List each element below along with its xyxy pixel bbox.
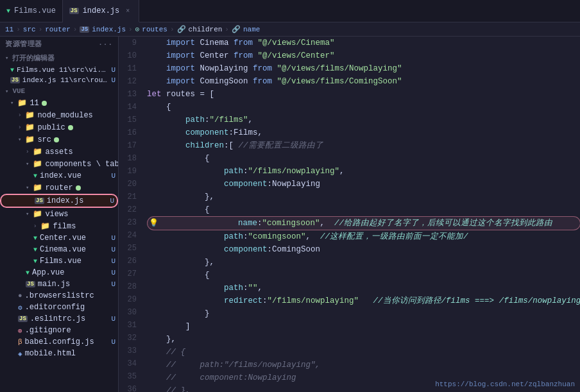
code-line-31: ] [147, 320, 580, 333]
router-icon: 📁 [33, 183, 42, 192]
code-line-10: import Center from "@/views/Center" [147, 49, 580, 62]
explorer-title: 资源管理器 ··· [0, 37, 118, 51]
code-line-28: path:"", [147, 282, 580, 294]
folder-node-modules[interactable]: › 📁 node_modules [0, 109, 118, 121]
file-mobile[interactable]: ◈ mobile.html [0, 348, 118, 359]
folder-router[interactable]: ▾ 📁 router [0, 182, 118, 194]
code-line-33: // { [147, 346, 580, 359]
tab-films-label: Films.vue [14, 6, 56, 15]
src-icon: 📁 [25, 135, 35, 144]
dot-icon: ● [18, 292, 22, 300]
js-icon-router: JS [35, 198, 44, 204]
code-line-13: let routes = [ [147, 88, 580, 101]
code-line-11: import Nowplaying from "@/views/films/No… [147, 62, 580, 75]
code-line-12: import ComingSoon from "@/views/films/Co… [147, 75, 580, 88]
main-layout: 资源管理器 ··· ▾ 打开的编辑器 ▼ Films.vue 11\src\vi… [0, 37, 580, 392]
watermark: https://blog.csdn.net/zqlbanzhuan [435, 380, 575, 388]
tab-index-js[interactable]: JS index.js × [63, 0, 139, 22]
vue-icon-cinema: ▼ [33, 246, 37, 253]
folder-views[interactable]: ▾ 📁 views [0, 208, 118, 220]
file-main-js[interactable]: JS main.js U [0, 278, 118, 290]
vue-icon-films: ▼ [33, 258, 37, 265]
open-file-films-vue[interactable]: ▼ Films.vue 11\src\vi... U [0, 65, 118, 75]
folder-icon: 📁 [17, 98, 27, 108]
babel-icon: β [18, 338, 22, 346]
breadcrumb-js-icon: JS [80, 26, 89, 33]
vue-section-label: ▾ VUE [0, 85, 118, 97]
code-line-22: { [147, 203, 580, 216]
code-line-20: component:Nowplaying [147, 178, 580, 191]
git-icon: ⊗ [18, 327, 22, 335]
code-line-30: } [147, 307, 580, 320]
js-icon-eslint: JS [18, 316, 28, 322]
file-index-vue-components[interactable]: ▼ index.vue U [0, 170, 118, 182]
assets-icon: 📁 [33, 147, 42, 157]
file-browserslist[interactable]: ● .browserslistrc [0, 290, 118, 302]
tab-index-label: index.js [83, 6, 120, 15]
code-line-18: { [147, 152, 580, 165]
code-line-29: redirect:"/films/nowplaying" //当你访问到路径/f… [147, 294, 580, 307]
folder-public[interactable]: › 📁 public [0, 121, 118, 133]
tab-films-vue[interactable]: ▼ Films.vue [0, 0, 63, 22]
tab-bar: ▼ Films.vue JS index.js × [0, 0, 580, 22]
code-line-24: path:"comingsoon", //这样配置，一级路由前面一定不能加/ [147, 230, 580, 243]
films-folder-icon: 📁 [40, 221, 50, 231]
code-line-15: path:"/films", [147, 114, 580, 126]
sidebar: 资源管理器 ··· ▾ 打开的编辑器 ▼ Films.vue 11\src\vi… [0, 37, 119, 392]
code-line-25: component:ComingSoon [147, 243, 580, 256]
vue-icon-small: ▼ [10, 67, 14, 74]
vue-icon: ▼ [6, 8, 10, 15]
file-babel[interactable]: β babel.config.js U [0, 336, 118, 348]
folder-src[interactable]: ▾ 📁 src [0, 133, 118, 146]
file-eslint[interactable]: JS .eslintrc.js U [0, 313, 118, 325]
js-icon: JS [69, 8, 79, 14]
node-modules-icon: 📁 [25, 110, 35, 120]
index-js-label: index.js 11\src\rout... [22, 76, 109, 84]
open-file-index-js[interactable]: JS index.js 11\src\rout... U [0, 75, 118, 85]
views-icon: 📁 [33, 209, 42, 219]
breadcrumb-line: 11 [5, 26, 13, 33]
folder-components[interactable]: ▾ 📁 components \ tab... [0, 158, 118, 170]
code-area: 9 10 11 12 13 14 15 16 17 18 19 20 21 22… [119, 37, 580, 392]
folder-11[interactable]: ▾ 📁 11 [0, 97, 118, 109]
vue-icon-center: ▼ [33, 235, 37, 242]
file-router-index-js[interactable]: JS index.js U [0, 194, 118, 208]
folder-films[interactable]: › 📁 films [0, 220, 118, 232]
html-icon: ◈ [18, 350, 22, 358]
file-cinema-vue[interactable]: ▼ Cinema.vue U [0, 244, 118, 255]
code-line-23-highlighted: 💡 name:"comingsoon", //给路由起好了名字了，后续可以通过这… [147, 216, 580, 230]
js-icon-main: JS [26, 281, 35, 287]
code-line-9: import Cinema from "@/views/Cinema" [147, 37, 580, 49]
file-gitignore[interactable]: ⊗ .gitignore [0, 325, 118, 336]
file-films-vue-sidebar[interactable]: ▼ Films.vue U [0, 255, 118, 267]
code-line-34: // path:"/films/nowplaying", [147, 359, 580, 371]
films-vue-label: Films.vue 11\src\vi... [17, 66, 108, 74]
code-line-26: }, [147, 256, 580, 269]
public-icon: 📁 [25, 123, 35, 132]
code-line-17: children:[ //需要配置二级路由了 [147, 139, 580, 152]
file-app-vue[interactable]: ▼ App.vue U [0, 267, 118, 278]
breadcrumb: 11 › src › router › JS index.js › ⊙ rout… [0, 22, 580, 37]
file-center-vue[interactable]: ▼ Center.vue U [0, 232, 118, 244]
file-editorconfig[interactable]: ⚙ .editorconfig [0, 302, 118, 313]
js-icon-small: JS [10, 77, 20, 83]
code-lines: import Cinema from "@/views/Cinema" impo… [142, 37, 580, 392]
code-line-14: { [147, 101, 580, 114]
code-line-16: component:Films, [147, 126, 580, 139]
code-line-21: }, [147, 191, 580, 203]
tab-close-button[interactable]: × [123, 6, 132, 15]
vue-icon-comp: ▼ [33, 173, 37, 180]
code-editor[interactable]: 9 10 11 12 13 14 15 16 17 18 19 20 21 22… [119, 37, 580, 392]
vue-icon-app: ▼ [26, 269, 30, 277]
code-line-19: path:"/films/nowplaying", [147, 165, 580, 178]
code-line-32: }, [147, 333, 580, 346]
line-numbers: 9 10 11 12 13 14 15 16 17 18 19 20 21 22… [119, 37, 142, 392]
components-icon: 📁 [33, 159, 42, 169]
folder-assets[interactable]: › 📁 assets [0, 146, 118, 158]
editorconfig-icon: ⚙ [18, 303, 22, 312]
open-editors-label: ▾ 打开的编辑器 [0, 51, 118, 65]
code-line-27: { [147, 269, 580, 282]
